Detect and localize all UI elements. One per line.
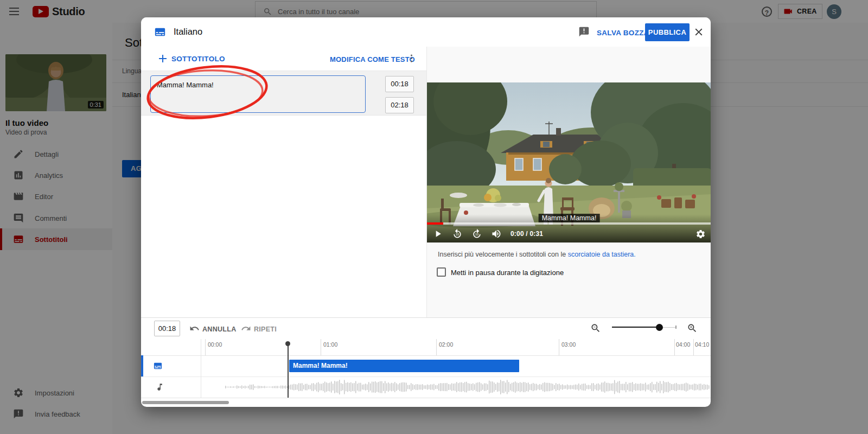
cue-toolbar: SOTTOTITOLO MODIFICA COME TESTO [141, 47, 426, 71]
kebab-menu-icon[interactable] [406, 53, 417, 63]
timeline-cue-bar[interactable]: Mamma! Mamma! [289, 360, 519, 372]
ruler-tick-label: 03:00 [561, 341, 576, 348]
player-controls: 10 10 0:00 / 0:31 [432, 225, 543, 242]
progress-played [427, 222, 443, 225]
subtitle-track-icon[interactable] [152, 361, 163, 371]
player-settings-icon[interactable] [695, 229, 706, 239]
undo-icon[interactable] [189, 323, 200, 334]
audio-track-icon[interactable] [155, 382, 164, 392]
ruler-tick-label: 04:00 [676, 341, 690, 348]
shortcut-tip: Inserisci più velocemente i sottotitoli … [438, 251, 636, 258]
keyboard-shortcuts-link[interactable]: scorciatoie da tastiera. [568, 251, 636, 258]
publish-button[interactable]: PUBBLICA [645, 23, 690, 41]
cue-start-time[interactable]: 00:18 [385, 76, 414, 92]
pause-while-typing-label: Metti in pausa durante la digitazione [451, 269, 564, 277]
pause-while-typing-checkbox[interactable] [437, 267, 446, 277]
zoom-out-icon[interactable] [590, 323, 601, 334]
zoom-in-icon[interactable] [687, 323, 698, 334]
save-draft-button[interactable]: SALVA BOZZA [597, 29, 649, 37]
ruler-tick-label: 00:00 [208, 341, 222, 348]
audio-waveform [201, 376, 711, 398]
svg-text:10: 10 [456, 233, 459, 236]
player-pane: Mamma! Mamma! 10 10 0:00 / 0:31 [426, 47, 711, 317]
cue-row: Mamma! Mamma! 00:18 02:18 [141, 71, 426, 116]
rewind-10-button[interactable]: 10 [452, 228, 463, 239]
dialog-title: Italiano [174, 27, 202, 37]
volume-button[interactable] [491, 228, 502, 239]
timeline-cue-label: Mamma! Mamma! [289, 360, 519, 372]
shortcut-tip-text: Inserisci più velocemente i sottotitoli … [438, 251, 568, 258]
add-cue-button[interactable]: SOTTOTITOLO [171, 55, 225, 63]
ruler-tick-label: 04:10 [695, 341, 709, 348]
send-feedback-icon[interactable] [578, 26, 590, 37]
progress-bar[interactable] [427, 222, 711, 225]
cue-end-time[interactable]: 02:18 [385, 97, 414, 113]
redo-icon[interactable] [241, 323, 251, 334]
redo-button[interactable]: RIPETI [254, 326, 277, 333]
add-cue-plus-icon [158, 54, 168, 63]
subtitle-track-selected-bar [141, 355, 143, 376]
undo-button[interactable]: ANNULLA [202, 326, 237, 333]
dialog-header: Italiano SALVA BOZZA PUBBLICA [141, 17, 711, 47]
timeline-current-time[interactable]: 00:18 [154, 321, 180, 336]
ruler-tick-label: 02:00 [439, 341, 453, 348]
edit-as-text-button[interactable]: MODIFICA COME TESTO [330, 55, 415, 63]
subtitles-icon [153, 26, 167, 38]
forward-10-button[interactable]: 10 [471, 228, 482, 239]
play-button[interactable] [432, 228, 443, 239]
subtitle-editor-dialog: Italiano SALVA BOZZA PUBBLICA SOTTOTITOL… [141, 17, 711, 407]
ruler-tick-label: 01:00 [323, 341, 337, 348]
cue-text-input[interactable]: Mamma! Mamma! [150, 75, 366, 113]
timeline-ruler[interactable]: 00:00 01:00 02:00 03:00 04:00 04:10 [141, 339, 711, 355]
video-player[interactable]: Mamma! Mamma! 10 10 0:00 / 0:31 [427, 82, 711, 242]
close-icon[interactable] [693, 26, 705, 38]
time-display: 0:00 / 0:31 [510, 230, 543, 238]
timeline-scrollbar[interactable] [142, 401, 229, 404]
zoom-slider-knob[interactable] [656, 324, 663, 331]
caption-overlay: Mamma! Mamma! [539, 214, 600, 222]
playhead[interactable] [285, 341, 290, 398]
svg-text:10: 10 [475, 233, 479, 236]
timeline-zoom-slider[interactable] [612, 323, 676, 331]
